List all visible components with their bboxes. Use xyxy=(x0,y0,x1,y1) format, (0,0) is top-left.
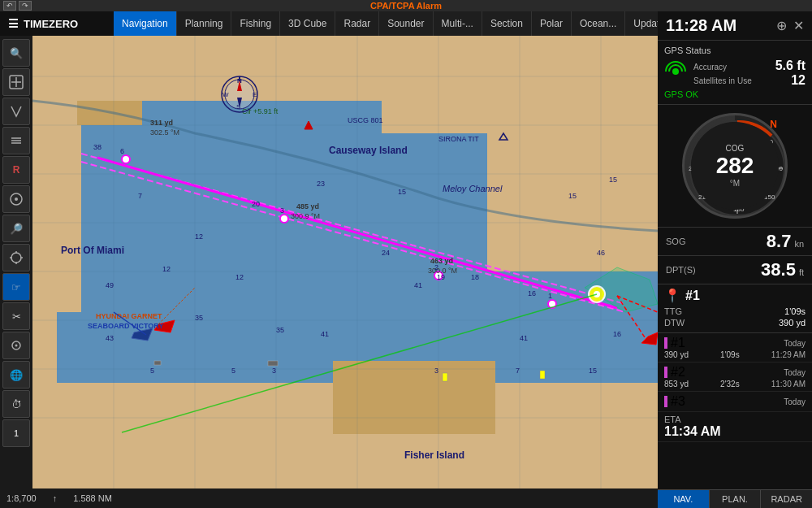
tab-planning[interactable]: Planning xyxy=(177,11,232,36)
dtw-row: DTW 390 yd xyxy=(664,318,806,328)
app-name: TIMEZERO xyxy=(24,18,78,30)
svg-marker-46 xyxy=(641,332,658,345)
tab-polar[interactable]: Polar xyxy=(532,11,572,36)
svg-text:38: 38 xyxy=(93,143,102,151)
sidebar-cut[interactable]: ✂ xyxy=(2,302,30,330)
eta-value: 11:34 AM xyxy=(664,424,806,439)
tab-radar[interactable]: Radar xyxy=(335,11,379,36)
route-1-ttg: 1'09s xyxy=(720,350,740,359)
route-item-1-top: #1 Today xyxy=(664,336,806,350)
nav-btn-nav[interactable]: NAV. xyxy=(658,490,710,508)
sidebar-pan[interactable]: ☞ xyxy=(2,273,30,301)
add-clock-button[interactable]: ⊕ xyxy=(776,18,787,33)
route-item-3: #3 Today xyxy=(658,392,812,412)
tab-ocean[interactable]: Ocean... xyxy=(572,11,625,36)
svg-text:SIRONA TIT: SIRONA TIT xyxy=(438,135,479,143)
dpt-value-row: 38.5 ft xyxy=(761,259,804,280)
sidebar-ais[interactable] xyxy=(2,185,30,213)
svg-text:S: S xyxy=(236,103,240,111)
dpt-label: DPT(S) xyxy=(666,265,696,275)
sidebar-globe[interactable]: 🌐 xyxy=(2,361,30,389)
sidebar-tool-2[interactable] xyxy=(2,68,30,96)
undo-button[interactable]: ↶ xyxy=(3,1,16,11)
nav-btn-plan[interactable]: PLAN. xyxy=(710,490,762,508)
svg-point-42 xyxy=(434,271,443,280)
gps-satellites-label: Satellites in Use xyxy=(693,76,752,85)
svg-text:16: 16 xyxy=(528,289,536,297)
route-item-1: #1 Today 390 yd 1'09s 11:29 AM xyxy=(658,333,812,363)
route-2-num: #2 xyxy=(664,365,685,380)
redo-button[interactable]: ↷ xyxy=(19,1,32,11)
sidebar-radar[interactable]: R xyxy=(2,156,30,184)
map-canvas: 38 7 12 20 23 24 41 18 16 46 16 49 12 12… xyxy=(32,36,658,497)
waypoint-title-row: 📍 #1 xyxy=(664,288,806,303)
gps-status: GPS Status Accuracy 5.6 ft Satellites in… xyxy=(658,41,812,105)
sidebar-mark[interactable] xyxy=(2,332,30,359)
land-dark-2 xyxy=(333,361,495,434)
svg-text:18: 18 xyxy=(471,273,479,281)
sidebar-tool-4[interactable] xyxy=(2,127,30,154)
waypoint-section: 📍 #1 TTG 1'09s DTW 390 yd xyxy=(658,284,812,333)
dtw-value: 390 yd xyxy=(779,318,806,328)
tab-navigation[interactable]: Navigation xyxy=(114,11,177,36)
tab-3dcube[interactable]: 3D Cube xyxy=(280,11,335,36)
svg-marker-37 xyxy=(585,267,658,312)
route-2-label: #2 xyxy=(671,365,685,380)
svg-rect-50 xyxy=(154,361,161,365)
sidebar-zoom-in[interactable]: 🔍 xyxy=(2,39,30,67)
land-right-mid xyxy=(487,117,658,271)
sog-unit: kn xyxy=(794,239,804,249)
sidebar-timer[interactable]: ⏱ xyxy=(2,390,30,418)
svg-text:5: 5 xyxy=(150,367,154,375)
svg-text:Causeway Island: Causeway Island xyxy=(329,145,408,156)
svg-line-39 xyxy=(617,296,658,312)
route-1-time: 11:29 AM xyxy=(771,350,806,359)
svg-text:15: 15 xyxy=(589,367,597,375)
route-3-color xyxy=(664,396,667,407)
svg-text:12: 12 xyxy=(235,273,244,281)
gps-section-title: GPS Status xyxy=(664,46,806,55)
gps-ok-status: GPS OK xyxy=(664,89,806,99)
svg-point-40 xyxy=(122,155,130,163)
tab-section[interactable]: Section xyxy=(482,11,532,36)
sidebar-tool-3[interactable] xyxy=(2,98,30,125)
svg-line-38 xyxy=(617,296,650,345)
sidebar-search[interactable]: 🔎 xyxy=(2,215,30,242)
route-item-2-top: #2 Today xyxy=(664,365,806,380)
svg-text:Clr +5.91 ft: Clr +5.91 ft xyxy=(242,107,279,115)
tab-sounder[interactable]: Sounder xyxy=(379,11,433,36)
route-2-ttg: 2'32s xyxy=(720,380,740,389)
gauge-inner: COG 282 °M xyxy=(691,122,779,210)
route-2-time: 11:30 AM xyxy=(771,380,806,389)
nm-value: 1.588 NM xyxy=(73,493,112,503)
bottom-bar: 1:8,700 ↑ 1.588 NM xyxy=(0,488,658,508)
clock-time: 11:28 AM xyxy=(666,16,736,35)
svg-text:23: 23 xyxy=(317,180,325,188)
svg-point-27 xyxy=(11,253,21,263)
sidebar-extra[interactable]: 1 xyxy=(2,419,30,447)
route-2-dist: 853 yd xyxy=(664,380,689,389)
close-panel-button[interactable]: ✕ xyxy=(793,18,804,33)
dpt-row: DPT(S) 38.5 ft xyxy=(658,256,812,284)
sidebar-crosshair[interactable] xyxy=(2,244,30,271)
dtw-label: DTW xyxy=(664,318,685,328)
gps-satellites-row: Satellites in Use 12 xyxy=(693,73,806,88)
svg-marker-119 xyxy=(304,121,313,129)
dpt-value: 38.5 xyxy=(761,259,796,280)
ttg-label: TTG xyxy=(664,306,682,316)
tab-fishing[interactable]: Fishing xyxy=(231,11,280,36)
svg-text:12: 12 xyxy=(162,265,171,273)
waypoint-icon: 📍 xyxy=(664,288,680,303)
menu-icon[interactable]: ☰ xyxy=(8,17,19,30)
clock-row: 11:28 AM ⊕ ✕ xyxy=(658,11,812,41)
sog-value-row: 8.7 kn xyxy=(767,231,804,252)
cog-value: 282 xyxy=(716,153,754,179)
svg-marker-48 xyxy=(132,328,153,341)
tab-multi[interactable]: Multi-... xyxy=(434,11,482,36)
ttg-value: 1'09s xyxy=(784,306,806,316)
gps-satellites-value: 12 xyxy=(791,73,806,88)
map-area[interactable]: 38 7 12 20 23 24 41 18 16 46 16 49 12 12… xyxy=(32,36,658,497)
nav-btn-radar[interactable]: RADAR xyxy=(761,490,812,508)
gps-signal-icon xyxy=(664,60,687,87)
svg-text:1: 1 xyxy=(548,292,552,300)
